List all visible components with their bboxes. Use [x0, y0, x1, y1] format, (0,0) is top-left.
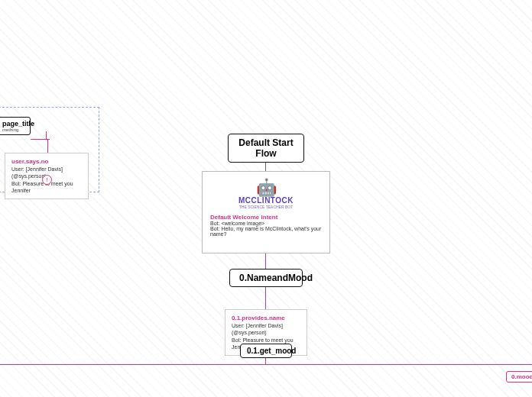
intent-title: 0.1.provides.name	[232, 315, 300, 322]
mood-flow-label: 0.mood_fl	[511, 373, 532, 380]
connector	[265, 253, 266, 269]
welcome-bot1: Bot: <welcome image>	[210, 221, 322, 226]
start-flow-node[interactable]: Default Start Flow	[228, 134, 304, 163]
warning-glyph: !	[46, 176, 47, 183]
get-mood-label: 0.1.get_mood	[247, 347, 296, 355]
robot-icon: 🤖	[256, 178, 277, 198]
name-and-mood-node[interactable]: 0.NameandMood	[229, 269, 303, 287]
view-edge-line	[0, 364, 532, 365]
page-title-label: page_title	[2, 120, 25, 127]
get-mood-node[interactable]: 0.1.get_mood	[240, 344, 292, 358]
welcome-intent-card[interactable]: 🤖 MCCLINTOCK THE SCIENCE TEACHER BOT Def…	[202, 171, 330, 253]
intent-title: user.says.no	[11, 158, 82, 166]
welcome-brand-sub: THE SCIENCE TEACHER BOT	[239, 205, 293, 209]
connector	[46, 131, 47, 139]
mood-flow-node-partial[interactable]: 0.mood_fl	[506, 371, 532, 382]
intent-user-line: User: [Jennifer Davis](@sys.person)	[232, 322, 300, 336]
warning-badge[interactable]: !	[42, 175, 52, 185]
connector	[47, 139, 48, 154]
start-flow-label: Default Start Flow	[238, 137, 293, 159]
connector	[265, 284, 266, 309]
welcome-image: 🤖 MCCLINTOCK THE SCIENCE TEACHER BOT	[210, 178, 322, 209]
name-and-mood-label: 0.NameandMood	[239, 273, 313, 283]
welcome-title: Default Welcome Intent	[210, 214, 322, 221]
page-title-sub: mething.	[2, 127, 25, 132]
page-title-node[interactable]: page_title mething.	[0, 117, 31, 135]
welcome-brand: MCCLINTOCK	[238, 196, 294, 205]
flow-canvas[interactable]: { "selection": {"left":0,"top":140,"widt…	[0, 0, 532, 397]
welcome-bot2: Bot: Hello, my name is McClintock, what'…	[210, 226, 322, 237]
